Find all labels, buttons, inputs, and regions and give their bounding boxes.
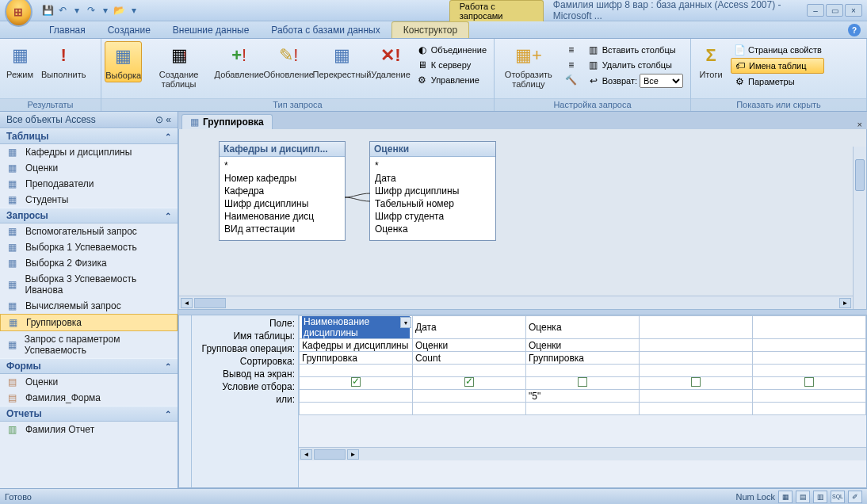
field-item[interactable]: Оценка	[375, 223, 491, 235]
view-sql-button[interactable]: SQL	[831, 491, 845, 503]
grid-cell[interactable]	[753, 377, 866, 390]
grid-selector-col[interactable]	[179, 315, 192, 487]
table-box-kafedry[interactable]: Кафедры и дисципл... *Номер кафедрыКафед…	[219, 141, 346, 241]
grid-cell[interactable]	[300, 377, 413, 390]
grid-cell[interactable]	[526, 365, 640, 377]
grid-cell[interactable]	[526, 403, 640, 415]
dropdown-icon[interactable]: ▾	[99, 4, 112, 17]
field-item[interactable]: Дата	[375, 172, 491, 185]
nav-item[interactable]: Выборка 1 Успеваемость	[0, 239, 178, 255]
field-item[interactable]: ВИд аттестации	[224, 223, 340, 235]
nav-section-forms[interactable]: Формы⌃	[0, 358, 178, 374]
close-button[interactable]: ×	[845, 4, 862, 17]
grid-cell[interactable]	[753, 403, 866, 415]
dropdown-icon[interactable]: ▾	[400, 317, 411, 328]
propsheet-button[interactable]: 📄Страница свойств	[731, 43, 824, 57]
grid-cell[interactable]	[413, 390, 526, 403]
nav-item[interactable]: Группировка	[0, 314, 178, 331]
nav-section-queries[interactable]: Запросы⌃	[0, 208, 178, 223]
grid-cell[interactable]	[640, 390, 753, 403]
dropdown-icon[interactable]: ▾	[71, 4, 83, 17]
grid-hscroll[interactable]: ◄►	[299, 447, 866, 460]
nav-section-tables[interactable]: Таблицы⌃	[0, 128, 178, 144]
grid-cell[interactable]: "5"	[526, 390, 640, 403]
open-icon[interactable]: 📂	[113, 4, 126, 17]
maketable-button[interactable]: ▦! Создание таблицы	[143, 41, 213, 90]
help-icon[interactable]: ?	[848, 24, 861, 36]
append-button[interactable]: +! Добавление	[216, 41, 263, 81]
field-item[interactable]: Шифр дисциплины	[224, 197, 340, 210]
view-design-button[interactable]: ✐	[848, 491, 862, 503]
save-icon[interactable]: 💾	[42, 4, 55, 17]
insert-cols-button[interactable]: ▥Вставить столбцы	[585, 43, 686, 57]
tab-dbtools[interactable]: Работа с базами данных	[260, 22, 391, 38]
grid-cell[interactable]	[300, 403, 413, 415]
redo-icon[interactable]: ↷	[85, 4, 97, 17]
grid-cell[interactable]: Кафедры и дисциплины	[300, 339, 413, 352]
run-button[interactable]: ! Выполнить	[38, 41, 89, 81]
grid-cell[interactable]	[300, 390, 413, 403]
grid-cell[interactable]	[526, 377, 640, 390]
nav-item[interactable]: Оценки	[0, 160, 178, 176]
tab-home[interactable]: Главная	[38, 22, 97, 38]
server-button[interactable]: 🖥К серверу	[414, 58, 489, 72]
nav-item[interactable]: Преподаватели	[0, 176, 178, 192]
nav-item[interactable]: Запрос с параметром Успеваемость	[0, 331, 178, 358]
grid-cell[interactable]	[640, 365, 753, 377]
nav-item[interactable]: Фамилия_Форма	[0, 390, 178, 406]
grid-cell[interactable]	[753, 365, 866, 377]
table-box-ocenki[interactable]: Оценки *ДатаШифр дисциплиныТабельный ном…	[369, 141, 496, 241]
grid-cell[interactable]	[413, 403, 526, 415]
tab-external[interactable]: Внешние данные	[162, 22, 261, 38]
grid-cell[interactable]	[753, 390, 866, 403]
nav-item[interactable]: Кафедры и дисциплины	[0, 144, 178, 160]
grid-cell[interactable]	[640, 403, 753, 415]
show-checkbox[interactable]	[578, 377, 587, 387]
grid-cell[interactable]: Группировка	[526, 352, 640, 365]
field-item[interactable]: Шифр студента	[375, 210, 491, 223]
grid-cell[interactable]	[413, 377, 526, 390]
field-item[interactable]: *	[375, 159, 491, 172]
grid-cell[interactable]	[640, 339, 753, 352]
show-checkbox[interactable]	[351, 377, 361, 387]
insert-rows-button[interactable]: ≡	[563, 43, 580, 57]
grid-cell[interactable]	[753, 316, 866, 339]
union-button[interactable]: ◐Объединение	[414, 43, 489, 57]
nav-section-reports[interactable]: Отчеты⌃	[0, 406, 178, 422]
close-doc-button[interactable]: ×	[853, 120, 867, 129]
totals-button[interactable]: Σ Итоги	[694, 41, 728, 81]
grid-cell[interactable]	[753, 339, 866, 352]
office-button[interactable]: ⊞	[5, 0, 32, 27]
delete-button[interactable]: ✕! Удаление	[371, 41, 410, 81]
delete-cols-button[interactable]: ▥Удалить столбцы	[585, 58, 686, 72]
field-item[interactable]: Наименование дисц	[224, 210, 340, 223]
field-item[interactable]: Кафедра	[224, 185, 340, 197]
grid-cell[interactable]: Наименование дисциплины▾	[300, 316, 413, 339]
field-item[interactable]: Номер кафедры	[224, 172, 340, 185]
nav-item[interactable]: Вспомогательный запрос	[0, 223, 178, 239]
nav-item[interactable]: Студенты	[0, 192, 178, 208]
view-pivottable-button[interactable]: ▤	[796, 491, 810, 503]
design-vscroll[interactable]	[853, 147, 866, 309]
grid-cell[interactable]: Группировка	[300, 352, 413, 365]
grid-cell[interactable]: Оценки	[413, 339, 526, 352]
grid-cell[interactable]	[753, 352, 866, 365]
nav-item[interactable]: Выборка 3 Успеваемость Иванова	[0, 271, 178, 298]
document-tab[interactable]: ▦ Группировка	[181, 114, 273, 129]
view-datasheet-button[interactable]: ▦	[778, 491, 793, 503]
show-checkbox[interactable]	[804, 377, 814, 387]
nav-header[interactable]: Все объекты Access ⊙ «	[0, 112, 178, 128]
return-select[interactable]: Все	[640, 74, 683, 88]
nav-item[interactable]: Оценки	[0, 374, 178, 390]
nav-item[interactable]: Выборка 2 Физика	[0, 255, 178, 271]
minimize-button[interactable]: –	[807, 4, 824, 17]
grid-cell[interactable]: Оценки	[526, 339, 640, 352]
grid-cell[interactable]	[640, 352, 753, 365]
grid-cell[interactable]	[640, 377, 753, 390]
undo-icon[interactable]: ↶	[56, 4, 69, 17]
show-checkbox[interactable]	[464, 377, 474, 387]
builder-button[interactable]: 🔨	[563, 73, 580, 87]
maximize-button[interactable]: ▭	[826, 4, 843, 17]
grid-cell[interactable]: Дата	[413, 316, 526, 339]
delete-rows-button[interactable]: ≡	[563, 58, 580, 72]
